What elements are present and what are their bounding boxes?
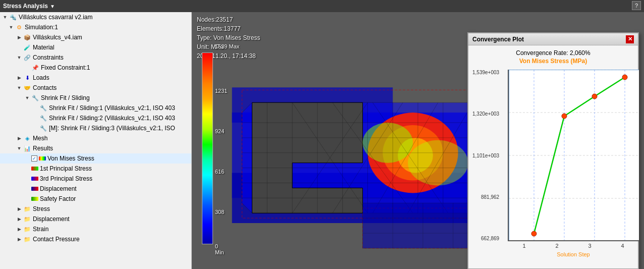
- safety-color-icon: [31, 197, 38, 201]
- results-label: Results: [33, 144, 53, 153]
- tree-material[interactable]: 🧪 Material: [0, 42, 191, 52]
- convergence-subtitle: Von Mises Stress (MPa): [472, 58, 634, 65]
- tree-shrinkfit[interactable]: ▼ 🔧 Shrink Fit / Sliding: [0, 93, 191, 103]
- expand-icon-spacer: [16, 44, 22, 50]
- displacement-folder-icon: 📁: [23, 215, 31, 223]
- expand-icon[interactable]: ▼: [16, 145, 22, 151]
- tree-stress-folder[interactable]: ▶ 📁 Stress: [0, 204, 191, 214]
- convergence-close-button[interactable]: ✕: [626, 35, 634, 43]
- tree-part[interactable]: ▶ 📦 Villáskulcs_v4.iam: [0, 32, 191, 42]
- expand-icon[interactable]: ▶: [16, 75, 22, 81]
- data-point-3: [592, 94, 597, 99]
- expand-icon[interactable]: ▶: [16, 135, 22, 141]
- scale-val2: 924: [215, 128, 224, 134]
- safetyfactor-label: Safety Factor: [40, 194, 76, 203]
- tree-displacement-folder[interactable]: ▶ 📁 Displacement: [0, 214, 191, 224]
- tree-simulation[interactable]: ▼ ⚙ Simulation:1: [0, 22, 191, 32]
- expand-icon[interactable]: ▶: [16, 216, 22, 222]
- svg-point-5: [408, 140, 468, 186]
- expand-icon-spacer: [24, 176, 30, 182]
- y-label-5: 1,539e+003: [472, 70, 499, 75]
- vonmises-label: Von Mises Stress: [47, 154, 94, 163]
- x-tick-1: 1: [522, 243, 525, 249]
- dropdown-arrow-icon[interactable]: ▼: [50, 4, 55, 9]
- tree-results[interactable]: ▼ 📊 Results: [0, 143, 191, 153]
- contacts-icon: 🤝: [23, 84, 31, 92]
- color-scale: 1539 Max 1231 924 616 308 0 Min: [202, 52, 217, 264]
- scale-val4: 308: [215, 209, 224, 215]
- shrink2-label: Shrink Fit / Sliding:2 (Villáskulcs_v2:1…: [49, 114, 175, 123]
- expand-icon[interactable]: ▼: [8, 24, 14, 30]
- expand-icon-spacer: [32, 115, 38, 121]
- svg-rect-52: [509, 70, 639, 240]
- assembly-icon: 🔩: [9, 13, 17, 21]
- y-label-1: 662,869: [472, 236, 499, 241]
- shrinkfit-label: Shrink Fit / Sliding: [41, 93, 90, 102]
- principal1-color-icon: [31, 167, 38, 171]
- data-point-2: [562, 114, 567, 119]
- tree-mesh[interactable]: ▶ ◈ Mesh: [0, 133, 191, 143]
- shrink1-icon: 🔧: [39, 104, 47, 112]
- data-point-1: [531, 231, 536, 236]
- tree-fixed-constraint[interactable]: 📌 Fixed Constraint:1: [0, 63, 191, 73]
- scale-min-label: 0 Min: [215, 243, 224, 255]
- expand-icon-spacer: [24, 65, 30, 71]
- root-assembly-label: Villáskulcs csavarral v2.iam: [19, 13, 93, 22]
- elements-info: Elements:13777: [197, 24, 260, 33]
- expand-icon[interactable]: ▶: [16, 34, 22, 40]
- tree-contacts[interactable]: ▼ 🤝 Contacts: [0, 83, 191, 93]
- chart-svg: [509, 70, 639, 240]
- strain-folder-label: Strain: [33, 225, 48, 234]
- convergence-title: Convergence Plot: [472, 36, 626, 43]
- fixed-constraint-icon: 📌: [31, 64, 39, 72]
- expand-icon[interactable]: ▼: [16, 85, 22, 91]
- help-button[interactable]: ?: [632, 1, 641, 10]
- tree-safetyfactor[interactable]: Safety Factor: [0, 194, 191, 204]
- tree-loads[interactable]: ▶ ⬇ Loads: [0, 73, 191, 83]
- material-icon: 🧪: [23, 43, 31, 51]
- expand-icon[interactable]: ▶: [16, 206, 22, 212]
- tree-shrink1[interactable]: 🔧 Shrink Fit / Sliding:1 (Villáskulcs_v2…: [0, 103, 191, 113]
- tree-vonmises[interactable]: ✓ Von Mises Stress: [0, 153, 191, 164]
- constraints-label: Constraints: [33, 53, 64, 62]
- expand-icon[interactable]: ▼: [24, 95, 30, 101]
- x-axis-ticks: 1 2 3 4: [508, 243, 639, 249]
- tree-displacement[interactable]: Displacement: [0, 184, 191, 194]
- vonmises-checkbox[interactable]: ✓: [31, 155, 37, 162]
- contacts-label: Contacts: [33, 83, 57, 92]
- tree-root-assembly[interactable]: ▼ 🔩 Villáskulcs csavarral v2.iam: [0, 12, 191, 22]
- mesh-label: Mesh: [33, 134, 47, 143]
- simulation-label: Simulation:1: [25, 23, 58, 32]
- tree-shrink3[interactable]: 🔧 [M]: Shrink Fit / Sliding:3 (Villáskul…: [0, 123, 191, 133]
- shrink3-icon: 🔧: [39, 124, 47, 132]
- app-title: Stress Analysis: [3, 3, 48, 10]
- loads-label: Loads: [33, 73, 49, 82]
- shrinkfit-icon: 🔧: [31, 94, 39, 102]
- tree-constraints[interactable]: ▼ 🔗 Constraints: [0, 52, 191, 63]
- part-icon: 📦: [23, 33, 31, 41]
- main-viewport: Nodes:23517 Elements:13777 Type: Von Mis…: [192, 12, 644, 269]
- x-tick-3: 3: [588, 243, 591, 249]
- tree-principal3[interactable]: 3rd Principal Stress: [0, 174, 191, 184]
- expand-icon-spacer: [24, 186, 30, 192]
- stress-folder-icon: 📁: [23, 205, 31, 213]
- scale-bar: [202, 52, 213, 244]
- expand-icon[interactable]: ▶: [16, 236, 22, 242]
- tree-principal1[interactable]: 1st Principal Stress: [0, 164, 191, 174]
- fixed-constraint-label: Fixed Constraint:1: [41, 63, 90, 72]
- expand-icon[interactable]: ▶: [16, 226, 22, 232]
- constraints-icon: 🔗: [23, 53, 31, 62]
- tree-contact-pressure-folder[interactable]: ▶ 📁 Contact Pressure: [0, 234, 191, 244]
- principal3-label: 3rd Principal Stress: [40, 174, 92, 183]
- nodes-info: Nodes:23517: [197, 15, 260, 24]
- convergence-content: Convergence Rate: 2,060% Von Mises Stres…: [468, 45, 638, 268]
- expand-icon[interactable]: ▼: [16, 55, 22, 61]
- title-bar: Stress Analysis ▼ ?: [0, 0, 644, 12]
- convergence-titlebar[interactable]: Convergence Plot ✕: [468, 33, 638, 45]
- vonmises-color-icon: [39, 156, 46, 160]
- tree-shrink2[interactable]: 🔧 Shrink Fit / Sliding:2 (Villáskulcs_v2…: [0, 113, 191, 123]
- expand-icon[interactable]: ▼: [2, 14, 8, 20]
- tree-strain-folder[interactable]: ▶ 📁 Strain: [0, 224, 191, 234]
- shrink3-label: [M]: Shrink Fit / Sliding:3 (Villáskulcs…: [49, 124, 175, 133]
- y-label-2: 881,962: [472, 194, 499, 200]
